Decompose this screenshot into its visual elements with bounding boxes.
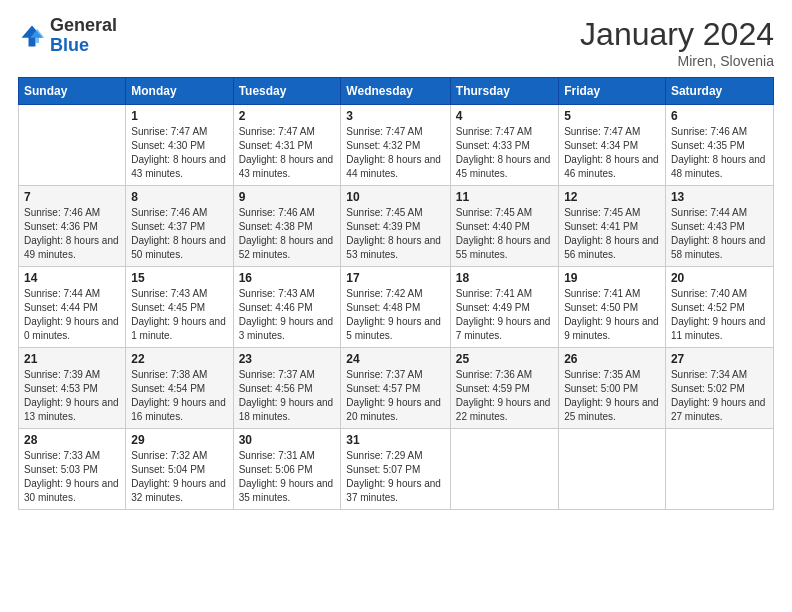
day-cell-w4-d1: 22Sunrise: 7:38 AMSunset: 4:54 PMDayligh… bbox=[126, 348, 233, 429]
header-saturday: Saturday bbox=[665, 78, 773, 105]
day-number: 22 bbox=[131, 352, 227, 366]
day-detail: Sunrise: 7:46 AMSunset: 4:35 PMDaylight:… bbox=[671, 125, 768, 181]
day-cell-w3-d3: 17Sunrise: 7:42 AMSunset: 4:48 PMDayligh… bbox=[341, 267, 451, 348]
day-detail: Sunrise: 7:36 AMSunset: 4:59 PMDaylight:… bbox=[456, 368, 553, 424]
day-detail: Sunrise: 7:41 AMSunset: 4:49 PMDaylight:… bbox=[456, 287, 553, 343]
day-number: 4 bbox=[456, 109, 553, 123]
day-cell-w2-d3: 10Sunrise: 7:45 AMSunset: 4:39 PMDayligh… bbox=[341, 186, 451, 267]
day-cell-w5-d1: 29Sunrise: 7:32 AMSunset: 5:04 PMDayligh… bbox=[126, 429, 233, 510]
day-number: 31 bbox=[346, 433, 445, 447]
day-detail: Sunrise: 7:47 AMSunset: 4:34 PMDaylight:… bbox=[564, 125, 660, 181]
day-cell-w1-d6: 6Sunrise: 7:46 AMSunset: 4:35 PMDaylight… bbox=[665, 105, 773, 186]
day-number: 1 bbox=[131, 109, 227, 123]
day-cell-w5-d3: 31Sunrise: 7:29 AMSunset: 5:07 PMDayligh… bbox=[341, 429, 451, 510]
day-cell-w5-d0: 28Sunrise: 7:33 AMSunset: 5:03 PMDayligh… bbox=[19, 429, 126, 510]
day-detail: Sunrise: 7:34 AMSunset: 5:02 PMDaylight:… bbox=[671, 368, 768, 424]
day-detail: Sunrise: 7:38 AMSunset: 4:54 PMDaylight:… bbox=[131, 368, 227, 424]
day-number: 15 bbox=[131, 271, 227, 285]
day-detail: Sunrise: 7:32 AMSunset: 5:04 PMDaylight:… bbox=[131, 449, 227, 505]
week-row-1: 1Sunrise: 7:47 AMSunset: 4:30 PMDaylight… bbox=[19, 105, 774, 186]
day-number: 29 bbox=[131, 433, 227, 447]
day-cell-w2-d1: 8Sunrise: 7:46 AMSunset: 4:37 PMDaylight… bbox=[126, 186, 233, 267]
day-detail: Sunrise: 7:46 AMSunset: 4:38 PMDaylight:… bbox=[239, 206, 336, 262]
title-section: January 2024 Miren, Slovenia bbox=[580, 16, 774, 69]
day-detail: Sunrise: 7:43 AMSunset: 4:46 PMDaylight:… bbox=[239, 287, 336, 343]
page: General Blue January 2024 Miren, Sloveni… bbox=[0, 0, 792, 612]
logo-general-text: General bbox=[50, 16, 117, 36]
logo-text: General Blue bbox=[50, 16, 117, 56]
day-detail: Sunrise: 7:44 AMSunset: 4:43 PMDaylight:… bbox=[671, 206, 768, 262]
day-number: 2 bbox=[239, 109, 336, 123]
header-friday: Friday bbox=[559, 78, 666, 105]
day-cell-w1-d4: 4Sunrise: 7:47 AMSunset: 4:33 PMDaylight… bbox=[450, 105, 558, 186]
logo-icon bbox=[18, 22, 46, 50]
day-cell-w1-d1: 1Sunrise: 7:47 AMSunset: 4:30 PMDaylight… bbox=[126, 105, 233, 186]
day-detail: Sunrise: 7:42 AMSunset: 4:48 PMDaylight:… bbox=[346, 287, 445, 343]
day-detail: Sunrise: 7:37 AMSunset: 4:57 PMDaylight:… bbox=[346, 368, 445, 424]
day-cell-w1-d3: 3Sunrise: 7:47 AMSunset: 4:32 PMDaylight… bbox=[341, 105, 451, 186]
day-cell-w4-d2: 23Sunrise: 7:37 AMSunset: 4:56 PMDayligh… bbox=[233, 348, 341, 429]
day-number: 20 bbox=[671, 271, 768, 285]
header-thursday: Thursday bbox=[450, 78, 558, 105]
weekday-header-row: Sunday Monday Tuesday Wednesday Thursday… bbox=[19, 78, 774, 105]
day-detail: Sunrise: 7:45 AMSunset: 4:39 PMDaylight:… bbox=[346, 206, 445, 262]
day-number: 13 bbox=[671, 190, 768, 204]
day-cell-w1-d0 bbox=[19, 105, 126, 186]
day-detail: Sunrise: 7:29 AMSunset: 5:07 PMDaylight:… bbox=[346, 449, 445, 505]
header-wednesday: Wednesday bbox=[341, 78, 451, 105]
day-cell-w5-d4 bbox=[450, 429, 558, 510]
day-detail: Sunrise: 7:44 AMSunset: 4:44 PMDaylight:… bbox=[24, 287, 120, 343]
header-monday: Monday bbox=[126, 78, 233, 105]
day-cell-w2-d0: 7Sunrise: 7:46 AMSunset: 4:36 PMDaylight… bbox=[19, 186, 126, 267]
logo: General Blue bbox=[18, 16, 117, 56]
day-detail: Sunrise: 7:46 AMSunset: 4:37 PMDaylight:… bbox=[131, 206, 227, 262]
day-number: 26 bbox=[564, 352, 660, 366]
logo-blue-text: Blue bbox=[50, 36, 117, 56]
day-cell-w1-d5: 5Sunrise: 7:47 AMSunset: 4:34 PMDaylight… bbox=[559, 105, 666, 186]
day-number: 11 bbox=[456, 190, 553, 204]
day-number: 9 bbox=[239, 190, 336, 204]
day-number: 7 bbox=[24, 190, 120, 204]
day-number: 30 bbox=[239, 433, 336, 447]
day-number: 14 bbox=[24, 271, 120, 285]
day-number: 8 bbox=[131, 190, 227, 204]
day-detail: Sunrise: 7:46 AMSunset: 4:36 PMDaylight:… bbox=[24, 206, 120, 262]
day-number: 21 bbox=[24, 352, 120, 366]
header-sunday: Sunday bbox=[19, 78, 126, 105]
day-number: 19 bbox=[564, 271, 660, 285]
day-cell-w4-d3: 24Sunrise: 7:37 AMSunset: 4:57 PMDayligh… bbox=[341, 348, 451, 429]
day-number: 23 bbox=[239, 352, 336, 366]
header: General Blue January 2024 Miren, Sloveni… bbox=[18, 16, 774, 69]
day-cell-w3-d6: 20Sunrise: 7:40 AMSunset: 4:52 PMDayligh… bbox=[665, 267, 773, 348]
week-row-4: 21Sunrise: 7:39 AMSunset: 4:53 PMDayligh… bbox=[19, 348, 774, 429]
day-detail: Sunrise: 7:47 AMSunset: 4:33 PMDaylight:… bbox=[456, 125, 553, 181]
day-cell-w3-d5: 19Sunrise: 7:41 AMSunset: 4:50 PMDayligh… bbox=[559, 267, 666, 348]
day-detail: Sunrise: 7:40 AMSunset: 4:52 PMDaylight:… bbox=[671, 287, 768, 343]
calendar-title: January 2024 bbox=[580, 16, 774, 53]
day-cell-w3-d0: 14Sunrise: 7:44 AMSunset: 4:44 PMDayligh… bbox=[19, 267, 126, 348]
day-number: 25 bbox=[456, 352, 553, 366]
week-row-2: 7Sunrise: 7:46 AMSunset: 4:36 PMDaylight… bbox=[19, 186, 774, 267]
day-number: 5 bbox=[564, 109, 660, 123]
header-tuesday: Tuesday bbox=[233, 78, 341, 105]
day-number: 18 bbox=[456, 271, 553, 285]
day-number: 12 bbox=[564, 190, 660, 204]
day-cell-w4-d5: 26Sunrise: 7:35 AMSunset: 5:00 PMDayligh… bbox=[559, 348, 666, 429]
week-row-5: 28Sunrise: 7:33 AMSunset: 5:03 PMDayligh… bbox=[19, 429, 774, 510]
week-row-3: 14Sunrise: 7:44 AMSunset: 4:44 PMDayligh… bbox=[19, 267, 774, 348]
day-cell-w2-d5: 12Sunrise: 7:45 AMSunset: 4:41 PMDayligh… bbox=[559, 186, 666, 267]
day-number: 6 bbox=[671, 109, 768, 123]
calendar-table: Sunday Monday Tuesday Wednesday Thursday… bbox=[18, 77, 774, 510]
day-cell-w1-d2: 2Sunrise: 7:47 AMSunset: 4:31 PMDaylight… bbox=[233, 105, 341, 186]
day-detail: Sunrise: 7:45 AMSunset: 4:40 PMDaylight:… bbox=[456, 206, 553, 262]
day-number: 16 bbox=[239, 271, 336, 285]
day-detail: Sunrise: 7:33 AMSunset: 5:03 PMDaylight:… bbox=[24, 449, 120, 505]
day-detail: Sunrise: 7:47 AMSunset: 4:31 PMDaylight:… bbox=[239, 125, 336, 181]
day-cell-w3-d1: 15Sunrise: 7:43 AMSunset: 4:45 PMDayligh… bbox=[126, 267, 233, 348]
day-detail: Sunrise: 7:37 AMSunset: 4:56 PMDaylight:… bbox=[239, 368, 336, 424]
day-cell-w5-d5 bbox=[559, 429, 666, 510]
day-cell-w5-d2: 30Sunrise: 7:31 AMSunset: 5:06 PMDayligh… bbox=[233, 429, 341, 510]
day-number: 3 bbox=[346, 109, 445, 123]
day-cell-w2-d6: 13Sunrise: 7:44 AMSunset: 4:43 PMDayligh… bbox=[665, 186, 773, 267]
day-detail: Sunrise: 7:39 AMSunset: 4:53 PMDaylight:… bbox=[24, 368, 120, 424]
